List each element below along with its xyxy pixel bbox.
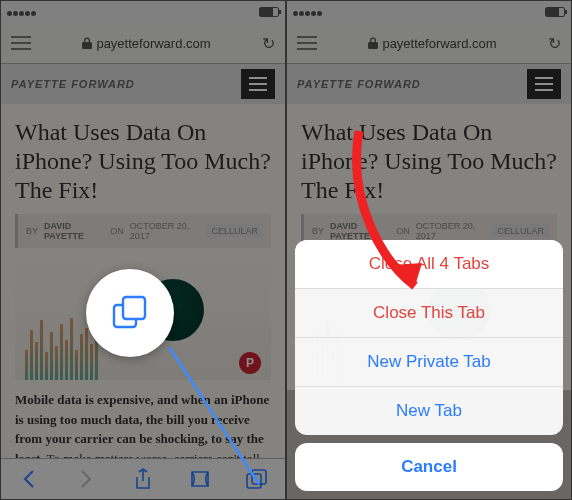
dim-overlay bbox=[1, 1, 285, 499]
close-this-tab-button[interactable]: Close This Tab bbox=[295, 289, 563, 338]
tabs-icon bbox=[111, 294, 149, 332]
new-tab-button[interactable]: New Tab bbox=[295, 387, 563, 435]
new-private-tab-button[interactable]: New Private Tab bbox=[295, 338, 563, 387]
svg-rect-3 bbox=[123, 297, 145, 319]
screenshot-left: payetteforward.com ↻ PAYETTE FORWARD Wha… bbox=[0, 0, 286, 500]
cancel-button[interactable]: Cancel bbox=[295, 443, 563, 491]
tabs-callout bbox=[86, 269, 174, 357]
screenshot-right: payetteforward.com ↻ PAYETTE FORWARD Wha… bbox=[286, 0, 572, 500]
action-sheet: Close All 4 Tabs Close This Tab New Priv… bbox=[295, 240, 563, 491]
close-all-tabs-button[interactable]: Close All 4 Tabs bbox=[295, 240, 563, 289]
